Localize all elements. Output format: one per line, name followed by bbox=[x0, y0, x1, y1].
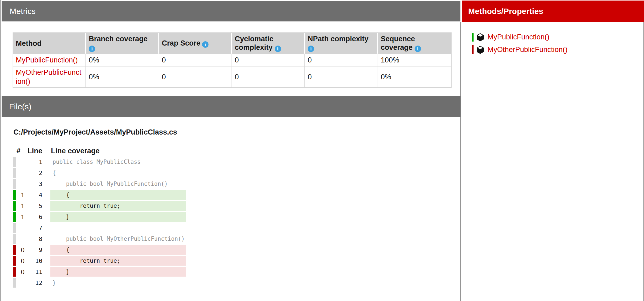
coverage-indicator-bar bbox=[13, 267, 16, 277]
method-link[interactable]: MyPublicFunction() bbox=[16, 56, 78, 64]
info-icon[interactable]: i bbox=[275, 46, 281, 52]
methods-properties-title: Methods/Properties bbox=[468, 7, 543, 16]
files-title: File(s) bbox=[9, 102, 31, 111]
sidebar-method-item[interactable]: MyOtherPublicFunction() bbox=[461, 43, 644, 56]
metrics-table-row: MyPublicFunction()0%000100% bbox=[13, 54, 451, 66]
line-number: 7 bbox=[24, 222, 42, 233]
code-text bbox=[50, 223, 186, 233]
coverage-indicator-bar bbox=[13, 168, 16, 178]
line-number: 8 bbox=[24, 233, 42, 244]
code-line-row: 09 { bbox=[0, 244, 460, 255]
coverage-indicator-bar bbox=[472, 45, 474, 54]
column-header-branch-coverage: Branch coveragei bbox=[86, 33, 159, 54]
code-text: } bbox=[50, 278, 186, 288]
info-icon[interactable]: i bbox=[415, 46, 421, 52]
code-text: } bbox=[50, 267, 186, 277]
code-line-row: 8 public bool MyOtherPublicFunction() bbox=[0, 233, 460, 244]
code-line-row: 1public class MyPublicClass bbox=[0, 157, 460, 168]
code-line-row: 3 public bool MyPublicFunction() bbox=[0, 179, 460, 189]
coverage-indicator-bar bbox=[13, 234, 16, 244]
coverage-indicator-bar bbox=[13, 223, 16, 233]
coverage-indicator-bar bbox=[13, 212, 16, 222]
column-header-label-line2: coverage i bbox=[381, 43, 421, 51]
metric-value-cell: 100% bbox=[378, 54, 451, 66]
column-header-label: Sequence bbox=[381, 35, 415, 43]
code-text: { bbox=[50, 190, 186, 200]
code-line-row: 7 bbox=[0, 222, 460, 233]
metric-value-cell: 0 bbox=[305, 66, 378, 87]
method-link[interactable]: MyPublicFunction() bbox=[487, 31, 549, 43]
method-cell: MyPublicFunction() bbox=[13, 54, 86, 66]
coverage-indicator-bar bbox=[472, 33, 474, 42]
coverage-report-page: { "metrics": { "title": "Metrics", "colu… bbox=[0, 0, 644, 301]
code-text: public bool MyOtherPublicFunction() bbox=[50, 234, 186, 244]
code-text: public bool MyPublicFunction() bbox=[50, 179, 186, 189]
column-header-label-line2: i bbox=[308, 43, 314, 51]
metrics-table-wrap: MethodBranch coverageiCrap ScoreiCycloma… bbox=[13, 32, 452, 88]
info-icon[interactable]: i bbox=[89, 46, 95, 52]
column-header-label: Crap Score bbox=[162, 39, 200, 47]
files-section-header: File(s) bbox=[2, 96, 460, 117]
column-header-label: Branch coverage bbox=[89, 35, 147, 43]
code-line-row: 010 return true; bbox=[0, 255, 460, 266]
code-line-row: 14 { bbox=[0, 189, 460, 200]
line-number: 2 bbox=[24, 168, 42, 179]
cube-icon-svg bbox=[477, 46, 484, 54]
hits-column-header: # bbox=[13, 146, 24, 155]
code-line-row: 2{ bbox=[0, 168, 460, 179]
code-text: { bbox=[50, 168, 186, 178]
metrics-table: MethodBranch coverageiCrap ScoreiCycloma… bbox=[13, 32, 452, 88]
metrics-header-row: MethodBranch coverageiCrap ScoreiCycloma… bbox=[13, 33, 451, 54]
method-link[interactable]: MyOtherPublicFunction() bbox=[16, 68, 81, 86]
line-number: 4 bbox=[24, 189, 42, 200]
file-path: C:/Projects/MyProject/Assets/MyPublicCla… bbox=[13, 128, 177, 137]
code-line-row: 16 } bbox=[0, 211, 460, 222]
line-number: 11 bbox=[24, 266, 42, 277]
column-header-label-line2: complexity i bbox=[235, 43, 281, 51]
code-text: return true; bbox=[50, 201, 186, 211]
code-text: return true; bbox=[50, 256, 186, 266]
metric-value-cell: 0 bbox=[305, 54, 378, 66]
cube-icon-svg bbox=[477, 33, 484, 41]
line-number: 12 bbox=[24, 277, 42, 288]
column-header-label: Cyclomatic bbox=[235, 35, 273, 43]
code-text: } bbox=[50, 212, 186, 222]
code-text: public class MyPublicClass bbox=[50, 157, 186, 167]
line-number: 1 bbox=[24, 157, 42, 168]
code-line-row: 12} bbox=[0, 277, 460, 288]
coverage-indicator-bar bbox=[13, 190, 16, 200]
column-header-label-line2: i bbox=[89, 43, 95, 51]
methods-properties-list: MyPublicFunction()MyOtherPublicFunction(… bbox=[461, 31, 644, 56]
metrics-table-row: MyOtherPublicFunction()0%0000% bbox=[13, 66, 451, 87]
methods-properties-header: Methods/Properties bbox=[462, 1, 644, 22]
column-header-crap-score: Crap Scorei bbox=[159, 33, 232, 54]
code-line-row: 15 return true; bbox=[0, 200, 460, 211]
column-header-npath-complexity: NPath complexityi bbox=[305, 33, 378, 54]
metrics-table-body: MyPublicFunction()0%000100%MyOtherPublic… bbox=[13, 54, 451, 87]
sidebar-method-item[interactable]: MyPublicFunction() bbox=[461, 31, 644, 43]
metric-value-cell: 0 bbox=[159, 66, 232, 87]
metric-value-cell: 0 bbox=[159, 54, 232, 66]
metric-value-cell: 0% bbox=[86, 54, 159, 66]
column-header-label: complexity bbox=[235, 43, 275, 51]
method-cell: MyOtherPublicFunction() bbox=[13, 66, 86, 87]
column-header-cyclomatic: Cyclomaticcomplexity i bbox=[232, 33, 305, 54]
metric-value-cell: 0 bbox=[232, 54, 305, 66]
column-header-method: Method bbox=[13, 33, 86, 54]
coverage-indicator-bar bbox=[13, 278, 16, 288]
info-icon[interactable]: i bbox=[308, 46, 314, 52]
metric-value-cell: 0% bbox=[378, 66, 451, 87]
method-link[interactable]: MyOtherPublicFunction() bbox=[487, 43, 568, 56]
coverage-indicator-bar bbox=[13, 256, 16, 266]
coverage-column-header: Line coverage bbox=[51, 146, 100, 155]
coverage-indicator-bar bbox=[13, 245, 16, 255]
coverage-indicator-bar bbox=[13, 201, 16, 211]
coverage-indicator-bar bbox=[13, 179, 16, 189]
line-number: 3 bbox=[24, 179, 42, 189]
code-text: { bbox=[50, 245, 186, 255]
info-icon[interactable]: i bbox=[202, 41, 209, 48]
cube-icon bbox=[477, 46, 484, 55]
column-header-sequence: Sequencecoverage i bbox=[378, 33, 451, 54]
line-number: 5 bbox=[24, 200, 42, 211]
metric-value-cell: 0% bbox=[86, 66, 159, 87]
